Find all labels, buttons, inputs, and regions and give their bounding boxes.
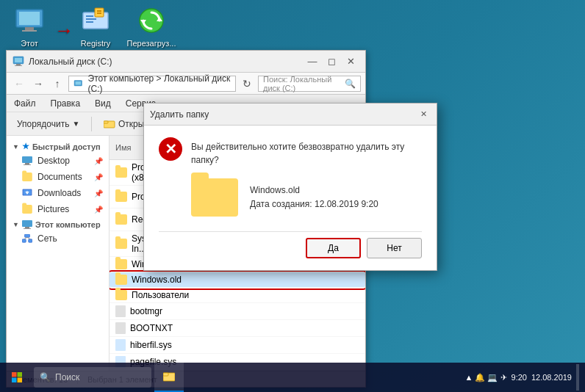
menu-view[interactable]: Вид (92, 97, 114, 110)
breadcrumb: Этот компьютер > Локальный диск (C:) (73, 73, 231, 94)
svg-rect-25 (22, 220, 32, 227)
desktop-nav-icon (21, 155, 33, 167)
table-row-windows-old[interactable]: Windows.old (110, 272, 365, 288)
file-name-info: Windows.old Дата создания: 12.08.2019 9:… (250, 184, 378, 211)
big-folder-icon (191, 178, 238, 217)
documents-nav-icon (21, 171, 33, 183)
sidebar-item-pictures[interactable]: Pictures 📌 (7, 201, 109, 217)
table-row[interactable]: BOOTNXT (110, 320, 365, 337)
taskbar-items (151, 363, 464, 392)
svg-rect-7 (86, 21, 93, 23)
svg-rect-26 (25, 227, 29, 228)
chevron-right-icon: ▼ (12, 221, 19, 228)
svg-rect-6 (86, 18, 96, 20)
explorer-title-icon (12, 56, 24, 68)
dialog-title: Удалить папку (150, 109, 416, 120)
svg-rect-16 (16, 64, 21, 65)
dialog-title-bar: Удалить папку ✕ (144, 104, 437, 126)
svg-rect-9 (97, 10, 101, 12)
yes-button[interactable]: Да (306, 238, 361, 258)
dialog-question-text: Вы действительно хотите безвозвратно уда… (191, 137, 422, 167)
open-folder-icon (104, 119, 115, 129)
file-icon (115, 305, 126, 317)
tray-icons: ▲ 🔔 💻 ✈ (464, 373, 506, 382)
taskbar-search-box[interactable]: 🔍 Поиск (34, 367, 151, 388)
desktop: Этот компьютер ← Registry E (0, 0, 585, 392)
taskbar-item-explorer[interactable] (154, 363, 184, 392)
pin-icon-4: 📌 (94, 206, 103, 214)
sidebar-item-downloads[interactable]: Downloads 📌 (7, 185, 109, 201)
quick-access-header: ▼ ★ Быстрый доступ (7, 139, 109, 153)
dialog-content: ✕ Вы действительно хотите безвозвратно у… (144, 126, 437, 270)
explorer-title-text: Локальный диск (C:) (29, 57, 304, 67)
search-box[interactable]: Поиск: Локальный диск (C:) 🔍 (258, 76, 361, 92)
downloads-nav-icon (21, 187, 33, 199)
error-icon: ✕ (159, 137, 182, 161)
explorer-title-bar: Локальный диск (C:) — ◻ ✕ (7, 51, 365, 73)
recycle-icon (137, 6, 166, 35)
dialog-close-button[interactable]: ✕ (416, 107, 431, 122)
svg-rect-36 (18, 378, 23, 383)
back-button[interactable]: ← (11, 76, 27, 92)
dialog-buttons: Да Нет (159, 231, 422, 258)
search-taskbar-icon: 🔍 (40, 372, 51, 382)
table-row[interactable]: Пользователи (110, 288, 365, 303)
address-bar: ← → ↑ Этот компьютер > Локальный диск (C… (7, 73, 365, 95)
svg-line-31 (24, 237, 27, 239)
toolbar-separator-1 (91, 117, 92, 131)
taskbar: 🔍 Поиск ▲ 🔔 💻 ✈ 9:20 12.08.2019 (0, 363, 585, 392)
menu-file[interactable]: Файл (11, 97, 39, 110)
network-nav-icon (21, 233, 33, 244)
this-computer-header[interactable]: ▼ Этот компьютер (7, 217, 109, 231)
sidebar-item-desktop[interactable]: Desktop 📌 (7, 153, 109, 169)
svg-rect-5 (86, 15, 93, 17)
address-path[interactable]: Этот компьютер > Локальный диск (C:) (68, 76, 236, 92)
organize-button[interactable]: Упорядочить ▼ (11, 115, 85, 133)
svg-rect-2 (25, 27, 34, 30)
sidebar-item-documents[interactable]: Documents 📌 (7, 169, 109, 185)
svg-rect-22 (22, 156, 32, 163)
forward-button[interactable]: → (30, 76, 46, 92)
svg-rect-24 (24, 164, 31, 165)
pin-icon-2: 📌 (94, 173, 103, 181)
show-desktop-button[interactable] (576, 364, 579, 391)
svg-rect-3 (22, 30, 37, 32)
title-bar-buttons: — ◻ ✕ (304, 53, 359, 70)
star-icon: ★ (22, 142, 29, 151)
svg-rect-15 (15, 58, 22, 62)
svg-rect-29 (22, 239, 26, 242)
delete-dialog: Удалить папку ✕ ✕ Вы действительно хотит… (143, 103, 437, 271)
tray-date: 12.08.2019 (531, 373, 572, 382)
dialog-header-row: ✕ Вы действительно хотите безвозвратно у… (159, 137, 422, 167)
sys-file-icon (115, 339, 126, 351)
svg-rect-23 (25, 163, 29, 164)
organize-chevron-icon: ▼ (72, 120, 79, 128)
windows-logo-icon (11, 371, 23, 383)
sidebar-item-network[interactable]: Сеть (7, 231, 109, 247)
pin-icon-3: 📌 (94, 189, 103, 197)
no-button[interactable]: Нет (367, 238, 422, 258)
table-row[interactable]: hiberfil.sys (110, 337, 365, 354)
tray-time: 9:20 (512, 373, 527, 382)
svg-rect-34 (18, 372, 23, 377)
file-icon (115, 322, 126, 334)
maximize-button[interactable]: ◻ (323, 53, 340, 70)
table-row[interactable]: bootmgr (110, 303, 365, 320)
minimize-button[interactable]: — (304, 53, 321, 70)
up-button[interactable]: ↑ (49, 76, 65, 92)
start-button[interactable] (0, 363, 34, 392)
close-button[interactable]: ✕ (342, 53, 359, 70)
svg-rect-38 (163, 373, 168, 376)
menu-edit[interactable]: Правка (48, 97, 84, 110)
refresh-button[interactable]: ↻ (239, 76, 255, 92)
svg-rect-27 (24, 228, 31, 229)
dialog-filedate: Дата создания: 12.08.2019 9:20 (250, 197, 378, 211)
taskbar-tray: ▲ 🔔 💻 ✈ 9:20 12.08.2019 (464, 364, 585, 391)
svg-rect-10 (97, 12, 101, 14)
search-placeholder: Поиск: Локальный диск (C:) (263, 75, 342, 92)
dialog-filename: Windows.old (250, 184, 378, 197)
svg-rect-30 (29, 239, 32, 242)
svg-rect-35 (12, 378, 17, 383)
svg-rect-1 (19, 12, 40, 25)
svg-rect-28 (25, 234, 30, 237)
